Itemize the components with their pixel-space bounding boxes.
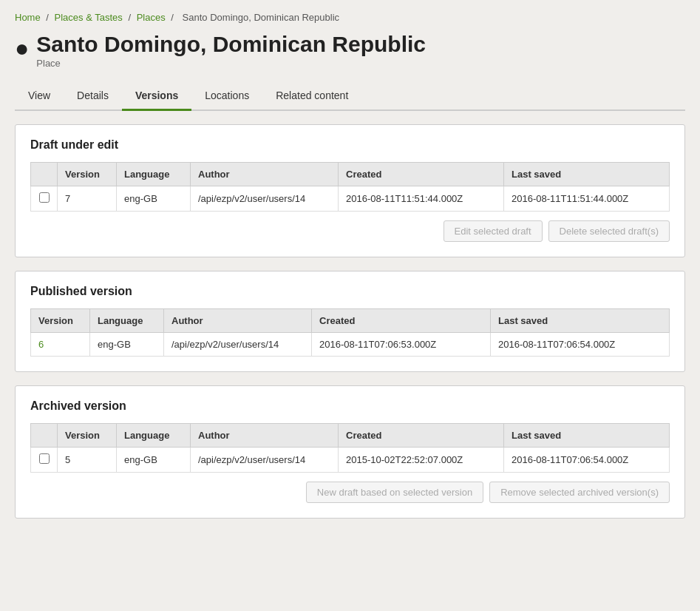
archived-col-checkbox <box>31 424 58 448</box>
published-row-1-language: eng-GB <box>90 333 164 357</box>
draft-col-author: Author <box>191 163 339 186</box>
breadcrumb: Home / Places & Tastes / Places / Santo … <box>15 12 685 23</box>
draft-section: Draft under edit Version Language Author… <box>15 124 685 257</box>
archived-col-author: Author <box>191 424 339 448</box>
draft-section-title: Draft under edit <box>30 138 670 152</box>
page-header: ● Santo Domingo, Dominican Republic Plac… <box>15 32 685 69</box>
published-col-author: Author <box>164 309 312 333</box>
breadcrumb-home[interactable]: Home <box>15 12 41 23</box>
archived-row-1-checkbox-cell <box>31 448 58 473</box>
content-type-label: Place <box>36 58 426 69</box>
draft-row-1-last-saved: 2016-08-11T11:51:44.000Z <box>504 186 670 212</box>
draft-row-1: 7 eng-GB /api/ezp/v2/user/users/14 2016-… <box>31 186 670 212</box>
published-row-1-created: 2016-08-11T07:06:53.000Z <box>312 333 491 357</box>
draft-col-last-saved: Last saved <box>504 163 670 186</box>
archived-section-title: Archived version <box>30 399 670 413</box>
published-col-version: Version <box>31 309 90 333</box>
breadcrumb-places-tastes[interactable]: Places & Tastes <box>55 12 123 23</box>
tabs-nav: View Details Versions Locations Related … <box>15 82 685 111</box>
archived-row-1-language: eng-GB <box>117 448 191 473</box>
draft-col-language: Language <box>117 163 191 186</box>
archived-row-1-last-saved: 2016-08-11T07:06:54.000Z <box>504 448 670 473</box>
archived-row-1-version: 5 <box>58 448 117 473</box>
draft-row-1-language: eng-GB <box>117 186 191 212</box>
remove-selected-archived-versions-button[interactable]: Remove selected archived version(s) <box>489 482 670 503</box>
archived-row-1-created: 2015-10-02T22:52:07.000Z <box>339 448 504 473</box>
draft-row-1-checkbox-cell <box>31 186 58 212</box>
published-col-language: Language <box>90 309 164 333</box>
location-icon: ● <box>15 35 29 62</box>
archived-section: Archived version Version Language Author… <box>15 385 685 519</box>
breadcrumb-current: Santo Domingo, Dominican Republic <box>183 12 339 23</box>
draft-col-checkbox <box>31 163 58 186</box>
published-row-1: 6 eng-GB /api/ezp/v2/user/users/14 2016-… <box>31 333 670 357</box>
content-area: Draft under edit Version Language Author… <box>15 111 685 519</box>
archived-col-created: Created <box>339 424 504 448</box>
archived-col-version: Version <box>58 424 117 448</box>
draft-row-1-created: 2016-08-11T11:51:44.000Z <box>339 186 504 212</box>
delete-selected-drafts-button[interactable]: Delete selected draft(s) <box>548 220 670 242</box>
page-title: Santo Domingo, Dominican Republic <box>36 32 426 56</box>
published-row-1-last-saved: 2016-08-11T07:06:54.000Z <box>491 333 670 357</box>
published-col-last-saved: Last saved <box>491 309 670 333</box>
tab-details[interactable]: Details <box>64 82 122 111</box>
archived-row-1-author: /api/ezp/v2/user/users/14 <box>191 448 339 473</box>
breadcrumb-places[interactable]: Places <box>137 12 166 23</box>
archived-actions: New draft based on selected version Remo… <box>30 482 670 503</box>
draft-row-1-author: /api/ezp/v2/user/users/14 <box>191 186 339 212</box>
tab-related-content[interactable]: Related content <box>262 82 361 111</box>
draft-col-created: Created <box>339 163 504 186</box>
archived-table: Version Language Author Created Last sav… <box>30 423 670 473</box>
published-row-1-version: 6 <box>31 333 90 357</box>
published-col-created: Created <box>312 309 491 333</box>
tab-versions[interactable]: Versions <box>122 82 191 111</box>
draft-row-1-version: 7 <box>58 186 117 212</box>
new-draft-based-on-selected-version-button[interactable]: New draft based on selected version <box>306 482 483 503</box>
draft-col-version: Version <box>58 163 117 186</box>
published-table: Version Language Author Created Last sav… <box>30 308 670 357</box>
published-row-1-version-link[interactable]: 6 <box>38 339 44 350</box>
archived-row-1: 5 eng-GB /api/ezp/v2/user/users/14 2015-… <box>31 448 670 473</box>
archived-col-last-saved: Last saved <box>504 424 670 448</box>
published-section: Published version Version Language Autho… <box>15 271 685 372</box>
tab-locations[interactable]: Locations <box>191 82 262 111</box>
archived-col-language: Language <box>117 424 191 448</box>
tab-view[interactable]: View <box>15 82 64 111</box>
published-row-1-author: /api/ezp/v2/user/users/14 <box>164 333 312 357</box>
draft-row-1-checkbox[interactable] <box>39 192 50 203</box>
draft-actions: Edit selected draft Delete selected draf… <box>30 220 670 242</box>
draft-table: Version Language Author Created Last sav… <box>30 162 670 212</box>
archived-row-1-checkbox[interactable] <box>39 453 50 464</box>
edit-selected-draft-button[interactable]: Edit selected draft <box>444 220 543 242</box>
published-section-title: Published version <box>30 285 670 298</box>
